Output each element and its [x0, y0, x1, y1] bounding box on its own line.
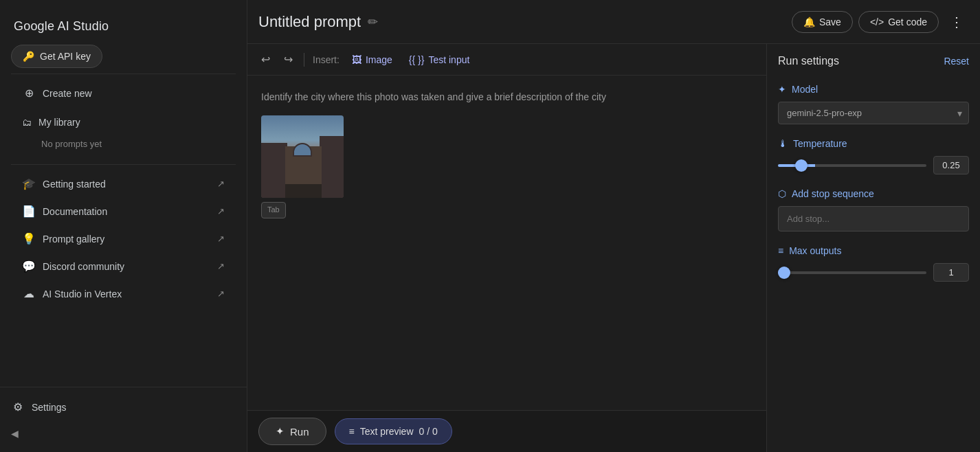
external-link-icon-3: ↗ [217, 234, 225, 244]
text-preview-label: Text preview [360, 426, 414, 437]
run-button[interactable]: ✦ Run [258, 418, 326, 445]
model-section-title: ✦ Model [778, 84, 969, 95]
key-icon: 🔑 [23, 51, 34, 62]
ai-studio-vertex-item[interactable]: ☁ AI Studio in Vertex ↗ [14, 280, 233, 307]
settings-item[interactable]: ⚙ Settings [3, 394, 244, 420]
stop-sequence-section: ⬡ Add stop sequence [778, 188, 969, 231]
model-select[interactable]: gemini-2.5-pro-exp [778, 102, 969, 124]
max-outputs-slider[interactable] [778, 271, 926, 274]
sidebar-top: Google AI Studio 🔑 Get API key ⊕ Create … [0, 0, 247, 313]
sparkle-icon: ✦ [276, 425, 285, 438]
my-library-label-text: My library [38, 117, 80, 128]
create-new-button[interactable]: ⊕ Create new [14, 80, 233, 106]
prompt-title-text: Untitled prompt [258, 13, 361, 31]
more-icon: ⋮ [950, 14, 964, 30]
library-icon: 🗂 [22, 117, 32, 128]
settings-header: Run settings Reset [778, 55, 969, 67]
road [285, 184, 322, 198]
city-scene [261, 115, 344, 198]
undo-button[interactable]: ↩ [256, 49, 276, 69]
temperature-label: Temperature [793, 138, 847, 149]
model-label: Model [792, 84, 818, 95]
discord-community-item[interactable]: 💬 Discord community ↗ [14, 253, 233, 280]
stop-sequence-title: ⬡ Add stop sequence [778, 188, 969, 199]
content-area: ↩ ↪ Insert: 🖼 Image {{ }} Test input Ide… [247, 44, 980, 452]
prompt-title-area: Untitled prompt ✏ [258, 13, 792, 31]
braces-icon: {{ }} [409, 54, 425, 65]
my-library-item[interactable]: 🗂 My library [11, 110, 236, 135]
image-icon: 🖼 [352, 54, 361, 65]
external-link-icon-4: ↗ [217, 261, 225, 271]
external-link-icon-2: ↗ [217, 206, 225, 216]
temperature-slider-row: 0.25 [778, 156, 969, 174]
run-label: Run [290, 426, 309, 438]
header-actions: 🔔 Save </> Get code ⋮ [792, 11, 969, 33]
settings-panel: Run settings Reset ✦ Model gemini-2.5-pr… [767, 44, 980, 452]
stop-sequence-input[interactable] [778, 206, 969, 231]
city-image [261, 115, 344, 198]
model-select-wrapper: gemini-2.5-pro-exp ▾ [778, 102, 969, 124]
collapse-button[interactable]: ◀ [3, 421, 244, 446]
temperature-section-title: 🌡 Temperature [778, 138, 969, 149]
get-code-button[interactable]: </> Get code [858, 11, 939, 33]
temperature-section: 🌡 Temperature 0.25 [778, 138, 969, 174]
main-content: Untitled prompt ✏ 🔔 Save </> Get code ⋮ … [247, 0, 980, 452]
max-outputs-section: ≡ Max outputs 1 [778, 245, 969, 282]
app-title: Google AI Studio [11, 11, 236, 45]
ai-studio-vertex-label: AI Studio in Vertex [43, 289, 122, 300]
lines-icon: ≡ [349, 426, 355, 437]
text-preview-button[interactable]: ≡ Text preview 0 / 0 [335, 418, 452, 444]
settings-icon: ⚙ [11, 400, 25, 414]
test-input-label: Test input [428, 54, 469, 65]
save-button[interactable]: 🔔 Save [792, 11, 853, 33]
editor-content[interactable]: Identify the city where this photo was t… [247, 76, 766, 410]
prompt-text: Identify the city where this photo was t… [261, 89, 753, 104]
sidebar-divider-2 [11, 164, 236, 165]
settings-label: Settings [32, 402, 67, 413]
image-label: Image [366, 54, 392, 65]
prompt-gallery-item[interactable]: 💡 Prompt gallery ↗ [14, 225, 233, 252]
external-link-icon-5: ↗ [217, 289, 225, 299]
my-library-section: 🗂 My library No prompts yet [11, 107, 236, 159]
external-link-icon: ↗ [217, 179, 225, 189]
max-outputs-label: Max outputs [789, 245, 841, 256]
redo-button[interactable]: ↪ [278, 49, 298, 69]
token-count: 0 / 0 [419, 426, 438, 437]
api-key-label: Get API key [40, 51, 91, 62]
tab-badge[interactable]: Tab [261, 202, 286, 218]
documentation-label: Documentation [43, 206, 107, 217]
building-left [261, 143, 287, 198]
api-key-button[interactable]: 🔑 Get API key [11, 45, 102, 68]
reset-button[interactable]: Reset [944, 56, 969, 67]
getting-started-icon: 🎓 [22, 177, 36, 190]
getting-started-label: Getting started [43, 179, 106, 190]
stop-sequence-label: Add stop sequence [792, 188, 874, 199]
gallery-icon: 💡 [22, 232, 36, 245]
footer: ✦ Run ≡ Text preview 0 / 0 [247, 410, 766, 452]
temperature-value: 0.25 [933, 156, 969, 174]
building-right [320, 136, 344, 198]
more-options-button[interactable]: ⋮ [944, 11, 969, 33]
editor-panel: ↩ ↪ Insert: 🖼 Image {{ }} Test input Ide… [247, 44, 767, 452]
save-label: Save [819, 16, 841, 27]
prompt-gallery-label: Prompt gallery [43, 234, 104, 245]
temperature-slider[interactable] [778, 164, 926, 167]
insert-label: Insert: [313, 54, 339, 65]
edit-icon[interactable]: ✏ [368, 14, 378, 30]
toolbar: ↩ ↪ Insert: 🖼 Image {{ }} Test input [247, 44, 766, 76]
model-icon: ✦ [778, 84, 786, 95]
arch [293, 143, 312, 157]
insert-image-button[interactable]: 🖼 Image [345, 51, 399, 69]
max-outputs-value: 1 [933, 263, 969, 282]
discord-icon: 💬 [22, 260, 36, 273]
create-new-label: Create new [43, 88, 92, 99]
max-outputs-title: ≡ Max outputs [778, 245, 969, 256]
getting-started-item[interactable]: 🎓 Getting started ↗ [14, 170, 233, 197]
temperature-icon: 🌡 [778, 138, 788, 149]
documentation-item[interactable]: 📄 Documentation ↗ [14, 198, 233, 225]
settings-title: Run settings [778, 55, 839, 67]
plus-icon: ⊕ [22, 87, 36, 100]
get-code-label: Get code [888, 16, 927, 27]
test-input-button[interactable]: {{ }} Test input [402, 51, 477, 69]
sidebar: Google AI Studio 🔑 Get API key ⊕ Create … [0, 0, 247, 452]
